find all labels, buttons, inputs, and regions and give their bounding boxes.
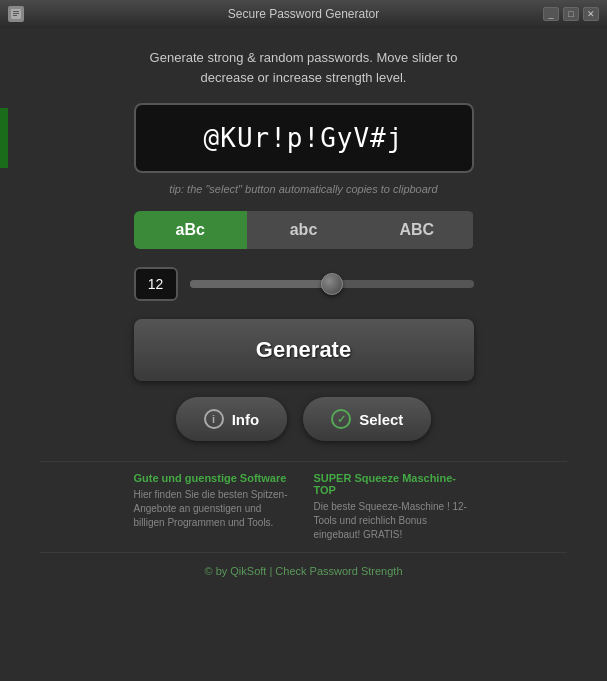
footer-link[interactable]: © by QikSoft | Check Password Strength (204, 565, 402, 577)
svg-rect-3 (13, 15, 17, 16)
app-icon (8, 6, 24, 22)
password-display: @KUr!p!GyV#j (134, 103, 474, 173)
select-label: Select (359, 411, 403, 428)
description-text: Generate strong & random passwords. Move… (150, 48, 458, 87)
left-accent-stripe (0, 108, 8, 168)
ad-title-1: Gute und guenstige Software (134, 472, 294, 484)
info-button[interactable]: i Info (176, 397, 288, 441)
ad-title-2: SUPER Squeeze Maschine-TOP (314, 472, 474, 496)
generate-button[interactable]: Generate (134, 319, 474, 381)
case-upper-button[interactable]: ABC (360, 211, 473, 249)
ad-text-1: Hier finden Sie die besten Spitzen-Angeb… (134, 488, 294, 530)
close-button[interactable]: ✕ (583, 7, 599, 21)
case-mixed-button[interactable]: aBc (134, 211, 247, 249)
length-value: 12 (134, 267, 178, 301)
ad-block-2: SUPER Squeeze Maschine-TOP Die beste Squ… (314, 472, 474, 542)
ad-section: Gute und guenstige Software Hier finden … (40, 461, 567, 552)
slider-row: 12 (134, 267, 474, 301)
title-bar: Secure Password Generator _ □ ✕ (0, 0, 607, 28)
tip-text: tip: the "select" button automatically c… (169, 183, 437, 195)
svg-rect-2 (13, 13, 19, 14)
select-button[interactable]: ✓ Select (303, 397, 431, 441)
svg-rect-1 (13, 11, 19, 12)
case-selector: aBc abc ABC (134, 211, 474, 249)
window-controls: _ □ ✕ (543, 7, 599, 21)
minimize-button[interactable]: _ (543, 7, 559, 21)
check-icon: ✓ (331, 409, 351, 429)
case-lower-button[interactable]: abc (247, 211, 360, 249)
ad-text-2: Die beste Squeeze-Maschine ! 12-Tools un… (314, 500, 474, 542)
strength-slider-container (190, 267, 474, 301)
window-title: Secure Password Generator (228, 7, 379, 21)
info-label: Info (232, 411, 260, 428)
ad-block-1: Gute und guenstige Software Hier finden … (134, 472, 294, 542)
main-content: Generate strong & random passwords. Move… (0, 28, 607, 681)
action-buttons-row: i Info ✓ Select (176, 397, 432, 441)
maximize-button[interactable]: □ (563, 7, 579, 21)
footer: © by QikSoft | Check Password Strength (40, 552, 567, 587)
info-icon: i (204, 409, 224, 429)
